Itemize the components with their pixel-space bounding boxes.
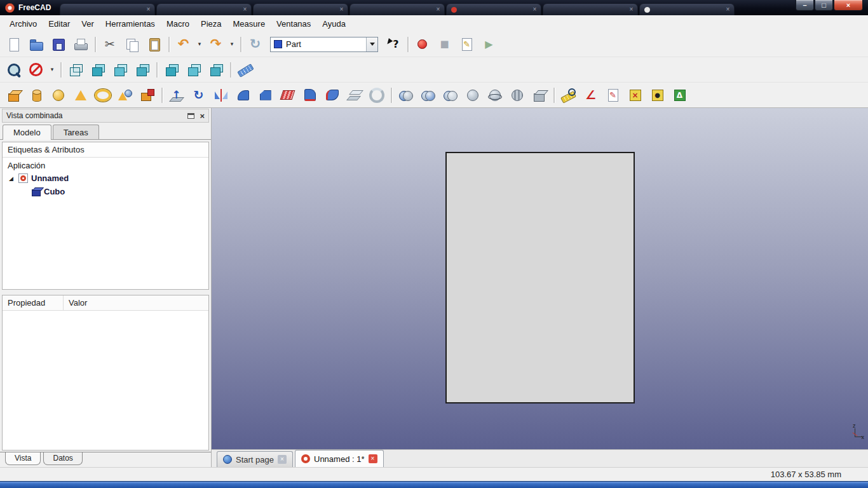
part-cone-button[interactable] [69, 85, 92, 106]
cube-front-face[interactable] [445, 152, 635, 403]
part-loft-button[interactable] [299, 85, 321, 106]
menu-ayuda[interactable]: Ayuda [316, 17, 351, 31]
view-top-button[interactable] [109, 59, 131, 81]
view-front-button[interactable] [86, 59, 109, 81]
menu-herramientas[interactable]: Herramientas [100, 17, 161, 31]
tab-tareas[interactable]: Tareas [53, 125, 99, 139]
redo-button[interactable]: ↷ [205, 34, 227, 55]
menu-archivo[interactable]: Archivo [4, 17, 43, 31]
part-union-button[interactable] [439, 85, 461, 106]
tab-modelo[interactable]: Modelo [3, 125, 51, 140]
part-torus-button[interactable] [92, 85, 114, 106]
view-bottom-button[interactable] [182, 59, 205, 81]
tab-close-icon[interactable]: × [147, 6, 151, 13]
tree-expander-icon[interactable]: ◢ [9, 175, 15, 182]
tab-datos[interactable]: Datos [43, 452, 82, 465]
view-right-button[interactable] [131, 59, 153, 81]
property-column-header[interactable]: Propiedad [3, 295, 64, 310]
cut-button[interactable]: ✂ [98, 34, 121, 55]
menu-measure[interactable]: Measure [227, 17, 271, 31]
tab-vista[interactable]: Vista [5, 452, 41, 465]
tab-close-icon[interactable]: × [630, 6, 634, 13]
macro-edit-button[interactable]: ✎ [456, 34, 478, 55]
undo-button[interactable]: ↶ [172, 34, 194, 55]
view-left-button[interactable] [205, 59, 227, 81]
browser-tab[interactable]: × [543, 3, 638, 15]
part-sweep-button[interactable] [321, 85, 343, 106]
part-revolve-button[interactable]: ↻ [187, 85, 210, 106]
tab-close-icon[interactable]: × [243, 6, 247, 13]
tab-close-icon[interactable]: × [726, 6, 730, 13]
macro-stop-button[interactable]: ■ [433, 34, 456, 55]
3d-viewport[interactable]: z x [212, 108, 868, 449]
part-cross-sections-button[interactable] [506, 85, 528, 106]
tab-close-icon[interactable]: × [369, 454, 377, 463]
menu-pieza[interactable]: Pieza [195, 17, 227, 31]
measure-refresh-button[interactable]: ✎ [602, 85, 624, 106]
undo-dropdown[interactable]: ▾ [194, 34, 205, 55]
float-panel-icon[interactable] [187, 113, 194, 119]
measure-clear-all-button[interactable]: × [624, 85, 646, 106]
menu-ver[interactable]: Ver [76, 17, 100, 31]
browser-tab[interactable]: × [349, 3, 445, 15]
print-button[interactable] [69, 34, 92, 55]
view-axonometric-button[interactable] [64, 59, 86, 81]
browser-tab[interactable]: × [253, 3, 348, 15]
open-file-button[interactable] [25, 34, 47, 55]
menu-ventanas[interactable]: Ventanas [271, 17, 316, 31]
paste-button[interactable] [143, 34, 165, 55]
value-column-header[interactable]: Valor [64, 295, 208, 310]
maximize-button[interactable]: □ [815, 0, 833, 11]
browser-tab[interactable]: × [156, 3, 252, 15]
panel-close-icon[interactable]: × [200, 112, 205, 120]
part-cylinder-button[interactable] [25, 85, 47, 106]
workbench-selector[interactable]: Part [270, 37, 378, 52]
part-offset-button[interactable] [343, 85, 365, 106]
part-primitives-button[interactable] [114, 85, 136, 106]
tab-close-icon[interactable]: × [278, 455, 287, 464]
part-extrude-button[interactable]: ↑ [165, 85, 187, 106]
tab-unnamed-document[interactable]: Unnamed : 1* × [295, 450, 384, 467]
draw-style-button[interactable] [25, 59, 47, 81]
part-compound-button[interactable] [528, 85, 550, 106]
macro-record-button[interactable] [411, 34, 433, 55]
redo-dropdown[interactable]: ▾ [227, 34, 237, 55]
part-boolean-button[interactable] [395, 85, 417, 106]
draw-style-dropdown[interactable]: ▾ [47, 59, 57, 81]
view-fit-all-button[interactable] [3, 59, 25, 81]
tree-root-application[interactable]: Aplicación [3, 158, 208, 172]
tree-item-unnamed[interactable]: ◢ Unnamed [3, 172, 208, 185]
view-rear-button[interactable] [160, 59, 182, 81]
tab-close-icon[interactable]: × [437, 6, 440, 13]
tab-close-icon[interactable]: × [533, 6, 537, 13]
part-section-button[interactable] [484, 85, 506, 106]
measure-linear-button[interactable] [557, 85, 580, 106]
part-fillet-button[interactable] [232, 85, 254, 106]
browser-tab[interactable]: × [60, 3, 155, 15]
close-button[interactable]: × [834, 0, 863, 11]
part-chamfer-button[interactable] [254, 85, 276, 106]
save-button[interactable] [47, 34, 69, 55]
menu-editar[interactable]: Editar [43, 17, 76, 31]
part-thickness-button[interactable] [365, 85, 388, 106]
macro-execute-button[interactable]: ▶ [478, 34, 500, 55]
measure-distance-button[interactable] [234, 59, 256, 81]
panel-title-bar[interactable]: Vista combinada × [2, 109, 209, 123]
tab-start-page[interactable]: Start page × [217, 451, 293, 467]
copy-button[interactable] [121, 34, 143, 55]
refresh-button[interactable]: ↻ [244, 34, 266, 55]
measure-angular-button[interactable]: ∠ [580, 85, 602, 106]
part-mirror-button[interactable] [210, 85, 232, 106]
measure-toggle-all-button[interactable]: ● [646, 85, 668, 106]
browser-tab[interactable]: × [639, 3, 735, 15]
whats-this-button[interactable]: ? [382, 34, 404, 55]
browser-tab[interactable]: × [446, 3, 541, 15]
workbench-dropdown[interactable] [366, 37, 377, 51]
measure-toggle-delta-button[interactable]: Δ [668, 85, 691, 106]
part-shape-builder-button[interactable] [136, 85, 158, 106]
part-cut-button[interactable] [417, 85, 439, 106]
minimize-button[interactable]: – [796, 0, 814, 11]
part-ruled-surface-button[interactable] [276, 85, 299, 106]
part-common-button[interactable] [461, 85, 484, 106]
tree-item-cubo[interactable]: Cubo [3, 185, 208, 198]
